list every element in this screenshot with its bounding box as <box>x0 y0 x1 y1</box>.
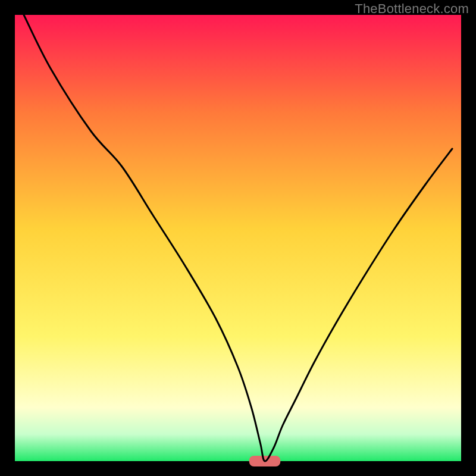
plot-background <box>15 15 461 461</box>
watermark-text: TheBottleneck.com <box>355 1 469 17</box>
chart-frame: TheBottleneck.com <box>0 0 476 476</box>
bottleneck-chart <box>0 0 476 476</box>
